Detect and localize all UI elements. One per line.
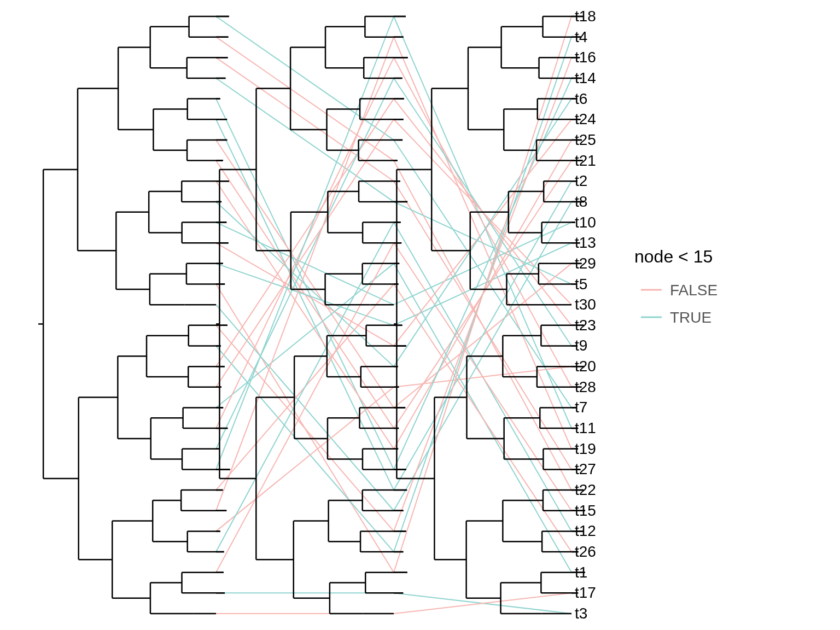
svg-text:t30: t30 (575, 296, 596, 313)
tip-label-group: t18t4t16t14t6t24t25t21t2t8t10t13t29t5t30… (575, 8, 596, 622)
svg-text:t15: t15 (575, 502, 596, 519)
svg-text:t21: t21 (575, 152, 596, 169)
svg-text:t12: t12 (575, 522, 596, 539)
svg-text:t20: t20 (575, 358, 596, 375)
svg-text:t18: t18 (575, 8, 596, 25)
svg-text:t11: t11 (575, 419, 596, 436)
legend-label-false: FALSE (670, 282, 718, 299)
svg-text:t27: t27 (575, 460, 596, 477)
svg-text:t10: t10 (575, 214, 596, 231)
svg-text:t16: t16 (575, 49, 596, 66)
svg-line-24 (216, 37, 394, 511)
svg-line-17 (216, 99, 394, 367)
link-group-tree1-tree2 (216, 16, 394, 614)
dendrogram-1 (38, 16, 230, 614)
svg-text:t14: t14 (575, 69, 596, 86)
dendrogram-2 (216, 16, 408, 614)
svg-text:t17: t17 (575, 584, 596, 601)
svg-text:t6: t6 (575, 90, 587, 107)
svg-text:t9: t9 (575, 337, 587, 354)
svg-line-48 (394, 366, 571, 387)
svg-text:t5: t5 (575, 276, 587, 293)
svg-text:t24: t24 (575, 110, 596, 127)
svg-text:t3: t3 (575, 605, 587, 622)
dendrogram-3 (394, 16, 585, 614)
svg-text:t19: t19 (575, 440, 596, 457)
svg-text:t29: t29 (575, 255, 596, 272)
svg-text:t22: t22 (575, 481, 596, 498)
legend: node < 15 FALSE TRUE (634, 247, 718, 326)
svg-line-52 (394, 78, 571, 469)
svg-text:t7: t7 (575, 399, 587, 416)
legend-label-true: TRUE (670, 309, 711, 326)
svg-line-18 (216, 119, 394, 387)
svg-text:t25: t25 (575, 131, 596, 148)
svg-text:t8: t8 (575, 193, 587, 210)
svg-line-53 (394, 181, 571, 490)
svg-text:t2: t2 (575, 172, 587, 189)
svg-text:t23: t23 (575, 317, 596, 334)
legend-title: node < 15 (634, 247, 713, 266)
svg-text:t1: t1 (575, 564, 587, 581)
svg-text:t26: t26 (575, 543, 596, 560)
svg-text:t13: t13 (575, 234, 596, 251)
svg-text:t4: t4 (575, 28, 587, 45)
link-group-tree2-tree3 (394, 16, 571, 614)
svg-text:t28: t28 (575, 378, 596, 395)
